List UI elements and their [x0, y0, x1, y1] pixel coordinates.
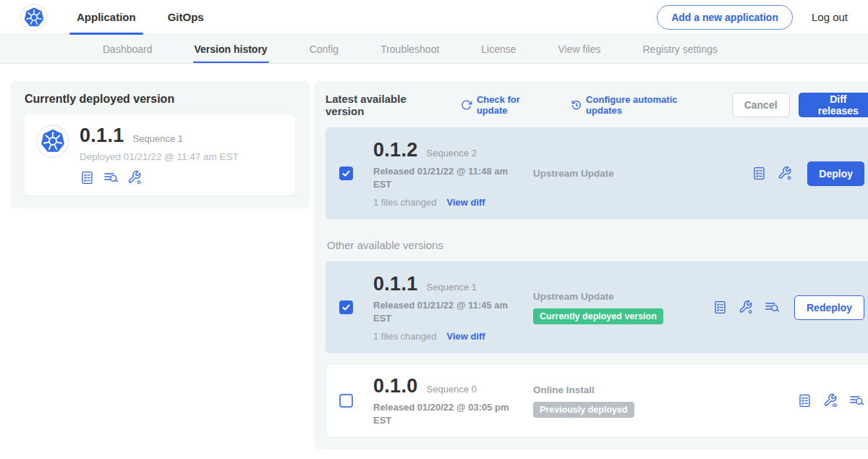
version-actions: Deploy [752, 161, 864, 186]
deployed-sequence: Sequence 1 [133, 133, 183, 144]
edit-config-icon[interactable] [127, 170, 142, 185]
kubernetes-logo-icon [20, 4, 48, 31]
tab-gitops[interactable]: GitOps [152, 0, 220, 35]
add-application-button[interactable]: Add a new application [657, 5, 793, 30]
deployed-timestamp: Deployed 01/21/22 @ 11:47 am EST [80, 151, 239, 162]
configure-automatic-updates-link[interactable]: Configure automatic updates [571, 94, 713, 116]
top-nav-tabs: Application GitOps [61, 0, 220, 35]
deployed-version-card: 0.1.1 Sequence 1 Deployed 01/21/22 @ 11:… [25, 114, 295, 195]
version-number: 0.1.2 [373, 139, 418, 161]
subtab-version-history[interactable]: Version history [195, 35, 268, 63]
header-buttons: Cancel Diff releases [732, 93, 868, 117]
version-row-0-1-2: 0.1.2 Sequence 2 Released 01/21/22 @ 11:… [326, 127, 868, 219]
preflight-checks-icon[interactable] [712, 300, 728, 315]
latest-version-header: Latest available version Check for updat… [326, 93, 868, 117]
version-actions: Redeploy [712, 295, 864, 320]
released-timestamp: Released 01/21/22 @ 11:45 am EST [373, 299, 522, 324]
app-icon [36, 125, 69, 158]
subtab-troubleshoot[interactable]: Troubleshoot [380, 35, 439, 63]
version-row-0-1-0: 0.1.0 Sequence 0 Released 01/20/22 @ 03:… [326, 363, 868, 438]
release-notes-icon[interactable] [103, 170, 119, 185]
subtab-config[interactable]: Config [310, 35, 339, 63]
check-for-update-label: Check for update [477, 94, 552, 116]
version-checkbox-0-1-1[interactable] [339, 300, 353, 314]
version-actions [797, 393, 864, 408]
source-label: Online Install [533, 384, 712, 395]
subtab-license[interactable]: License [481, 35, 516, 63]
source-label: Upstream Update [533, 291, 712, 302]
version-checkbox-0-1-2[interactable] [339, 167, 353, 180]
version-number: 0.1.0 [373, 375, 418, 397]
deployed-version-body: 0.1.1 Sequence 1 Deployed 01/21/22 @ 11:… [80, 125, 239, 185]
preflight-checks-icon[interactable] [80, 170, 95, 185]
tab-application[interactable]: Application [61, 0, 152, 35]
view-diff-link[interactable]: View diff [446, 331, 485, 342]
release-notes-icon[interactable] [849, 393, 864, 408]
view-diff-link[interactable]: View diff [446, 197, 485, 208]
cancel-button[interactable]: Cancel [732, 93, 790, 117]
files-changed-label: 1 files changed [373, 197, 436, 208]
version-sequence: Sequence 1 [427, 282, 477, 292]
deployed-version-actions [80, 170, 239, 185]
version-info: 0.1.1 Sequence 1 Released 01/21/22 @ 11:… [373, 273, 522, 342]
checkmark-icon [341, 302, 352, 313]
release-notes-icon[interactable] [765, 300, 780, 315]
source-label: Upstream Update [533, 168, 712, 179]
version-sequence: Sequence 0 [427, 384, 477, 395]
preflight-checks-icon[interactable] [797, 393, 812, 408]
version-row-0-1-1: 0.1.1 Sequence 1 Released 01/21/22 @ 11:… [326, 261, 868, 353]
deploy-button[interactable]: Deploy [807, 161, 864, 186]
files-changed-label: 1 files changed [373, 331, 436, 342]
subtab-view-files[interactable]: View files [558, 35, 601, 63]
version-sequence: Sequence 2 [427, 148, 477, 159]
currently-deployed-badge: Currently deployed version [533, 308, 663, 324]
view-config-icon[interactable] [823, 393, 838, 408]
deployed-version-number: 0.1.1 [80, 125, 124, 147]
sub-nav: Dashboard Version history Config Trouble… [0, 35, 868, 64]
configure-automatic-updates-label: Configure automatic updates [586, 94, 713, 116]
currently-deployed-panel: Currently deployed version 0.1.1 Sequenc… [10, 81, 310, 209]
check-for-update-link[interactable]: Check for update [461, 94, 551, 116]
released-timestamp: Released 01/21/22 @ 11:48 am EST [373, 165, 522, 190]
redeploy-button[interactable]: Redeploy [794, 295, 864, 320]
version-info: 0.1.2 Sequence 2 Released 01/21/22 @ 11:… [373, 139, 522, 208]
latest-version-title: Latest available version [326, 93, 445, 117]
version-checkbox-0-1-0[interactable] [339, 394, 353, 408]
released-timestamp: Released 01/20/22 @ 03:05 pm EST [373, 401, 522, 426]
edit-config-icon[interactable] [778, 166, 793, 181]
clock-update-icon [571, 99, 582, 111]
tab-gitops-label: GitOps [168, 11, 204, 23]
previously-deployed-badge: Previously deployed [533, 402, 634, 418]
main-content: Currently deployed version 0.1.1 Sequenc… [0, 64, 868, 450]
version-source: Online Install Previously deployed [533, 384, 712, 418]
top-nav: Application GitOps Add a new application… [0, 0, 868, 35]
other-versions-label: Other available versions [327, 239, 868, 251]
top-nav-right: Add a new application Log out [657, 5, 848, 30]
tab-application-label: Application [77, 11, 136, 23]
diff-releases-button[interactable]: Diff releases [799, 93, 868, 117]
version-history-panel: Latest available version Check for updat… [314, 81, 868, 450]
edit-config-icon[interactable] [739, 300, 754, 315]
logout-link[interactable]: Log out [812, 11, 848, 23]
version-info: 0.1.0 Sequence 0 Released 01/20/22 @ 03:… [373, 375, 522, 426]
checkmark-icon [341, 168, 352, 179]
subtab-registry-settings[interactable]: Registry settings [642, 35, 717, 63]
currently-deployed-title: Currently deployed version [25, 93, 295, 106]
version-source: Upstream Update [533, 168, 712, 179]
version-source: Upstream Update Currently deployed versi… [533, 291, 712, 324]
refresh-icon [461, 99, 472, 111]
subtab-dashboard[interactable]: Dashboard [103, 35, 153, 63]
version-number: 0.1.1 [373, 273, 418, 295]
preflight-checks-icon[interactable] [752, 166, 767, 181]
